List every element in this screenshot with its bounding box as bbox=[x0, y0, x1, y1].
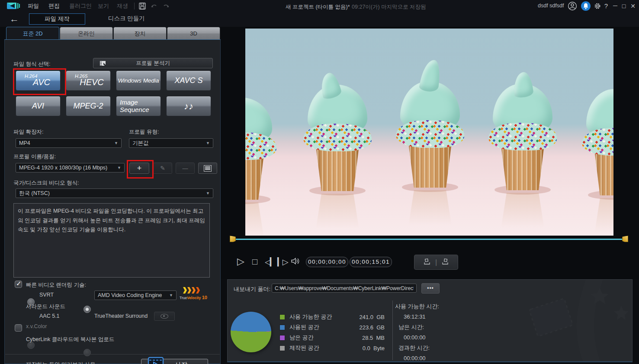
legend-swatch bbox=[279, 314, 285, 320]
avatar-icon[interactable] bbox=[568, 1, 577, 13]
tab-device[interactable]: 장치 bbox=[113, 27, 167, 40]
profile-type-select[interactable]: 기본값 ▼ bbox=[129, 138, 213, 148]
app-logo-icon bbox=[4, 1, 22, 13]
profile-name-label: 프로필 이름/품질: bbox=[13, 153, 56, 160]
stop-button[interactable]: □ bbox=[252, 257, 257, 267]
close-button[interactable]: ✕ bbox=[629, 0, 637, 12]
truevelocity-logo: TrueVelocity 10 bbox=[180, 287, 218, 300]
cupcake-illustration bbox=[245, 84, 279, 200]
menu-file[interactable]: 파일 bbox=[28, 0, 39, 12]
hardware-encoder-select[interactable]: AMD Video Coding Engine ▼ bbox=[94, 291, 177, 300]
annotation-box-avc bbox=[13, 68, 66, 95]
undo-icon bbox=[151, 3, 158, 11]
chevron-shape bbox=[192, 287, 196, 294]
previous-frame-button[interactable]: ◁▎ bbox=[265, 257, 275, 267]
remaining-time-value: 00:00:00 bbox=[395, 332, 439, 343]
menu-view: 보기 bbox=[98, 0, 109, 12]
tab-3d[interactable]: 3D bbox=[167, 27, 220, 40]
export-folder-label: 내보내기 폴더: bbox=[234, 285, 270, 293]
export-folder-input[interactable] bbox=[272, 284, 417, 293]
mark-in-button[interactable] bbox=[423, 258, 431, 267]
trim-buttons-group: | bbox=[414, 255, 458, 270]
user-name: dsdf sdfsdf bbox=[538, 3, 564, 9]
xvcolor-label: x.v.Color bbox=[26, 323, 47, 329]
fast-render-checkbox[interactable] bbox=[15, 281, 22, 288]
format-xavc-s-button[interactable]: XAVC S bbox=[166, 70, 211, 91]
list-details-icon bbox=[204, 165, 212, 172]
minimize-button[interactable]: ─ bbox=[611, 0, 619, 12]
legend-swatch bbox=[279, 345, 285, 351]
timecode-current[interactable]: 00;00;00;00 bbox=[306, 257, 348, 267]
legend-row: 사용 가능한 공간 241.0 GB bbox=[279, 312, 385, 322]
disk-usage-legend: 사용 가능한 공간 241.0 GB 사용된 공간 223.6 GB 남은 공간… bbox=[279, 312, 385, 353]
play-button[interactable]: ▷ bbox=[237, 256, 244, 267]
app-window: 파일 편집 플러그인 보기 재생 새 프로젝트 (타이틀 없음)* 09:27이… bbox=[0, 0, 639, 364]
notification-bell-icon[interactable] bbox=[581, 1, 591, 11]
title-bar: 파일 편집 플러그인 보기 재생 새 프로젝트 (타이틀 없음)* 09:27이… bbox=[0, 0, 639, 12]
profile-details-button[interactable] bbox=[198, 163, 217, 174]
chevron-shape bbox=[187, 287, 191, 294]
next-frame-button[interactable]: ▎▷ bbox=[277, 257, 288, 267]
preview-video-frame bbox=[245, 29, 613, 236]
chevron-down-icon: ▼ bbox=[114, 141, 118, 145]
time-stats: 사용 가능한 시간: 36:12:31 남은 시간: 00:00:00 경과한 … bbox=[395, 301, 439, 362]
mark-in-slider-handle[interactable] bbox=[230, 236, 236, 242]
redo-icon bbox=[162, 3, 170, 11]
maximize-button[interactable]: □ bbox=[620, 0, 628, 12]
format-windows-media-button[interactable]: Windows Media bbox=[116, 70, 161, 91]
profile-description: 이 프로파일은 MPEG-4 비디오 파일을 인코딩합니다. 이 프로파일에서는… bbox=[13, 203, 210, 278]
country-format-select[interactable]: 한국 (NTSC) ▼ bbox=[16, 188, 213, 198]
cupcake-illustration bbox=[486, 74, 559, 190]
cloud-upload-label: CyberLink 클라우드에 복사본 업로드 bbox=[26, 336, 114, 343]
truetheater-label: TrueTheater Surround bbox=[94, 313, 148, 319]
country-format-label: 국가/디스크의 비디오 형식: bbox=[13, 179, 79, 187]
produce-play-icon bbox=[148, 357, 164, 364]
available-time-label: 사용 가능한 시간: bbox=[395, 301, 439, 312]
elapsed-time-value: 00:00:00 bbox=[395, 353, 439, 362]
divider bbox=[5, 354, 220, 354]
divider bbox=[392, 300, 393, 360]
pencil-icon: ✎ bbox=[160, 165, 165, 172]
help-button[interactable]: ? bbox=[602, 0, 610, 12]
profile-name-select[interactable]: MPEG-4 1920 x 1080/30p (16 Mbps) ▼ bbox=[16, 163, 125, 172]
hardware-encoder-radio[interactable] bbox=[83, 306, 91, 313]
tab-standard-2d[interactable]: 표준 2D bbox=[6, 27, 59, 40]
elapsed-time-label: 경과한 시간: bbox=[395, 343, 439, 353]
mark-out-slider-handle[interactable] bbox=[622, 236, 628, 242]
decorative-filmstrip-stars bbox=[524, 280, 633, 362]
tab-create-disc[interactable]: 디스크 만들기 bbox=[108, 13, 145, 24]
format-mpeg2-button[interactable]: MPEG-2 bbox=[66, 96, 111, 116]
save-icon[interactable] bbox=[138, 2, 146, 12]
format-h265-hevc-button[interactable]: H.265 HEVC bbox=[66, 70, 111, 91]
truetheater-settings-button bbox=[154, 312, 175, 321]
menu-plugin: 플러그인 bbox=[69, 0, 92, 12]
preview-zone: ▷ □ ◁▎ ▎▷ 00;00;00;00 00;00;15;01 | bbox=[221, 27, 639, 279]
legend-row: 남은 공간 28.5 MB bbox=[279, 332, 385, 343]
volume-icon[interactable] bbox=[291, 257, 300, 267]
chevron-down-icon: ▼ bbox=[117, 166, 121, 170]
aac51-label: AAC 5.1 bbox=[39, 313, 60, 319]
menu-play: 재생 bbox=[117, 0, 128, 12]
legend-row: 제작된 공간 0.0 Byte bbox=[279, 343, 385, 353]
mark-out-button[interactable] bbox=[441, 258, 449, 267]
format-avi-button[interactable]: AVI bbox=[16, 96, 61, 116]
menu-separator bbox=[134, 3, 135, 10]
format-image-sequence-button[interactable]: Image Sequence bbox=[116, 96, 161, 116]
seek-slider-track[interactable] bbox=[234, 239, 625, 240]
settings-gear-icon[interactable] bbox=[593, 2, 602, 12]
browse-folder-button[interactable]: ••• bbox=[421, 283, 440, 294]
surround-sound-checkbox[interactable] bbox=[15, 324, 22, 332]
profile-analyzer-button[interactable]: 프로필 분석기 bbox=[93, 58, 213, 68]
format-audio-button[interactable]: ♪♪ bbox=[166, 96, 211, 116]
tab-produce-file[interactable]: 파일 제작 bbox=[29, 13, 85, 25]
file-extension-select[interactable]: MP4 ▼ bbox=[16, 138, 122, 148]
back-arrow-icon[interactable]: ← bbox=[10, 13, 19, 25]
cupcake-illustration bbox=[393, 72, 467, 188]
annotation-box-plus bbox=[127, 160, 154, 179]
save-status-text: 09:27이(가) 마지막으로 저장됨 bbox=[352, 4, 426, 10]
fast-render-label: 빠른 비디오 랜더링 기술: bbox=[26, 281, 86, 289]
menu-edit[interactable]: 편집 bbox=[48, 0, 60, 12]
profile-type-label: 프로필 유형: bbox=[129, 128, 159, 136]
tab-online[interactable]: 온라인 bbox=[60, 27, 113, 40]
legend-swatch bbox=[279, 325, 285, 330]
